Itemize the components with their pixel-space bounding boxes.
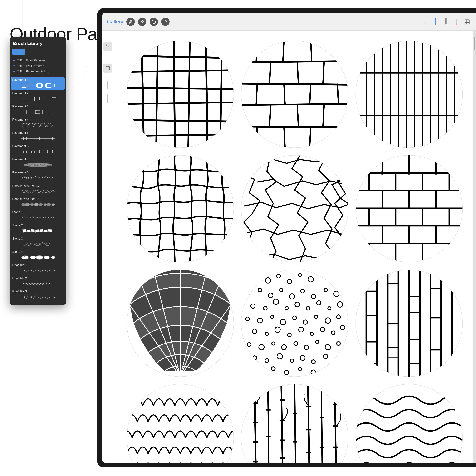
brush-item-pavement4[interactable]: Pavement 4 <box>10 117 66 130</box>
svg-marker-12 <box>37 401 53 419</box>
svg-point-93 <box>47 203 51 206</box>
right-scrollbar[interactable] <box>473 31 476 463</box>
svg-point-223 <box>256 276 259 279</box>
svg-marker-95 <box>23 229 27 232</box>
svg-rect-115 <box>456 23 457 25</box>
svg-point-91 <box>39 203 43 206</box>
brush-preview-pebble2 <box>12 201 64 208</box>
more-options[interactable]: ... <box>422 19 428 24</box>
svg-marker-97 <box>31 229 35 232</box>
brush-preview-stone4 <box>12 254 64 261</box>
svg-point-285 <box>335 359 338 362</box>
svg-point-78 <box>22 190 26 193</box>
brush-item-stone1[interactable]: Stone 1 <box>10 209 66 222</box>
svg-point-84 <box>44 190 48 193</box>
patterns-grid <box>113 31 476 463</box>
brush-item-pavement8[interactable]: Pavement 8 <box>10 170 66 183</box>
svg-rect-35 <box>42 110 46 114</box>
pen-icon[interactable] <box>442 18 450 26</box>
scroll-indicator-top <box>107 81 108 89</box>
pattern-vertical-bars <box>355 269 463 377</box>
brush-item-rooftile3[interactable]: Roof Tile 3 <box>10 288 66 302</box>
brush-preview-stone3 <box>12 241 64 247</box>
svg-point-241 <box>343 287 347 290</box>
svg-point-92 <box>44 204 47 206</box>
layers-icon[interactable] <box>463 18 471 26</box>
svg-line-129 <box>127 135 234 136</box>
pattern-mosaic <box>126 269 234 377</box>
brush-categories: ✏ Toffu | Floor Patterns ✏ Toffu | Wall … <box>10 57 66 75</box>
svg-point-89 <box>30 203 34 206</box>
brush-preview-pavement6 <box>12 149 64 155</box>
category-floor-patterns[interactable]: ✏ Toffu | Floor Patterns <box>12 58 64 63</box>
svg-point-231 <box>340 274 343 278</box>
brush-preview-rooftile3 <box>12 294 64 300</box>
svg-marker-11 <box>21 401 37 419</box>
canvas-content <box>102 31 476 463</box>
category-pavement[interactable]: ✏ Toffu | Pavement & R... <box>12 69 64 74</box>
brush-item-rooftile1[interactable]: Roof Tile 1 <box>10 262 66 275</box>
svg-marker-98 <box>35 229 39 232</box>
svg-point-230 <box>330 278 334 283</box>
svg-marker-100 <box>44 230 48 232</box>
add-brush-button[interactable]: + <box>12 49 25 55</box>
svg-point-86 <box>52 190 54 192</box>
brush-item-pavement2[interactable]: Pavement 2 <box>10 90 66 103</box>
smudge-icon[interactable] <box>150 17 158 26</box>
pattern-waves <box>355 384 463 463</box>
category-wall-patterns[interactable]: ✏ Toffu | Wall Patterns <box>12 63 64 69</box>
svg-point-286 <box>258 368 262 373</box>
brush-item-pavement1[interactable]: Pavement 1 <box>11 77 65 90</box>
svg-marker-10 <box>45 387 61 405</box>
brush-preview-rooftile2 <box>12 281 64 287</box>
brush-item-pavement5[interactable]: Pavement 5 <box>10 130 66 143</box>
svg-marker-101 <box>48 229 52 232</box>
svg-marker-9 <box>29 387 45 405</box>
svg-point-81 <box>34 190 37 192</box>
right-tools <box>431 18 471 26</box>
brush-preview-pavement4 <box>12 122 64 128</box>
svg-marker-110 <box>435 24 436 25</box>
brush-preview-pavement8 <box>12 175 64 181</box>
brush-item-pebble1[interactable]: Pebble Pavement 1 <box>10 183 66 196</box>
svg-point-221 <box>241 270 348 376</box>
magic-icon[interactable] <box>138 17 146 26</box>
svg-rect-111 <box>435 18 436 19</box>
pen-blue-icon[interactable] <box>431 18 439 26</box>
brush-item-stone4[interactable]: Stone 4 <box>10 249 66 262</box>
pattern-pavement3 <box>355 40 463 148</box>
brush-item-stone2[interactable]: Stone 2 <box>10 222 66 236</box>
square-button[interactable] <box>103 64 112 72</box>
brush-preview-stone2 <box>12 228 64 234</box>
svg-rect-116 <box>465 19 469 24</box>
undo-button[interactable] <box>103 42 112 51</box>
svg-line-138 <box>241 61 348 62</box>
eraser-icon[interactable] <box>452 18 460 26</box>
svg-rect-17 <box>37 84 41 87</box>
brush-item-stone3[interactable]: Stone 3 <box>10 236 66 249</box>
svg-line-159 <box>337 126 339 148</box>
brush-item-rooftile2[interactable]: Roof Tile 2 <box>10 275 66 288</box>
gallery-button[interactable]: Gallery <box>107 19 123 25</box>
svg-point-79 <box>27 190 30 192</box>
svg-point-222 <box>247 281 252 285</box>
brush-preview-stone1 <box>12 215 64 221</box>
svg-point-82 <box>37 190 41 193</box>
brush-item-pavement3[interactable]: Pavement 3 <box>10 103 66 117</box>
ipad-frame: Gallery <box>97 8 476 467</box>
svg-marker-13 <box>13 415 29 433</box>
brush-item-pavement6[interactable]: Pavement 6 <box>10 143 66 156</box>
svg-point-105 <box>44 256 50 259</box>
arrow-icon[interactable] <box>161 17 170 26</box>
svg-point-291 <box>325 367 328 371</box>
pattern-brick-clean <box>355 155 463 263</box>
brush-item-pebble2[interactable]: Pebble Pavement 2 <box>10 196 66 209</box>
svg-line-107 <box>141 20 141 21</box>
svg-point-106 <box>51 256 55 259</box>
svg-point-319 <box>127 384 234 463</box>
brush-item-pavement7[interactable]: Pavement 7 <box>10 156 66 170</box>
svg-point-104 <box>36 255 43 259</box>
pattern-fish-scales <box>126 384 234 463</box>
svg-marker-8 <box>13 387 29 405</box>
wrench-icon[interactable] <box>126 17 135 26</box>
